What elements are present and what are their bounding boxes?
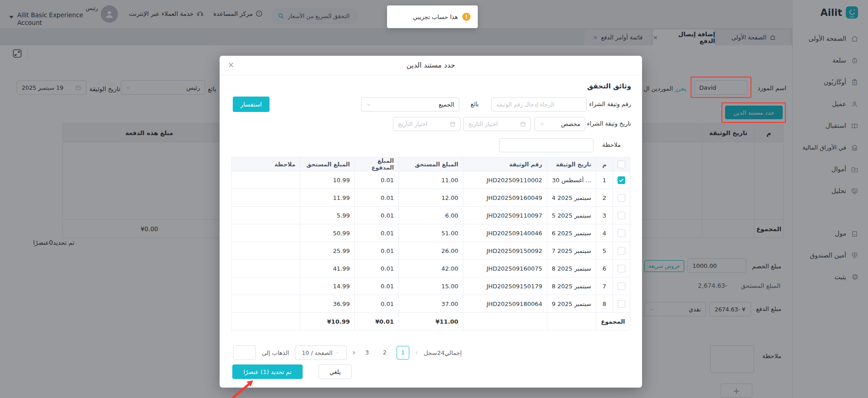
doc-no-cell: JHD202509110002 bbox=[463, 171, 547, 189]
table-row: 1 30 أغسطس ... JHD202509110002 11.00 0.0… bbox=[232, 171, 630, 189]
row-checkbox[interactable] bbox=[618, 300, 625, 308]
row-checkbox[interactable] bbox=[618, 229, 625, 237]
doc-date-cell: 7 سبتمبر 2025 bbox=[547, 242, 596, 260]
doc-no-cell: JHD202509180064 bbox=[463, 295, 547, 313]
col-header-doc-no: رقم الوثيقة bbox=[463, 157, 547, 171]
doc-date-cell: 8 سبتمبر 2025 bbox=[547, 260, 596, 277]
table-row: 4 6 سبتمبر 2025 JHD202509140046 51.00 0.… bbox=[232, 224, 630, 242]
table-row: 6 8 سبتمبر 2025 JHD202509160075 42.00 0.… bbox=[232, 260, 630, 277]
date-to-picker[interactable]: اختيار التاريخ bbox=[393, 117, 461, 131]
annotation-box-select-debt bbox=[721, 102, 786, 123]
purchase-doc-no-input[interactable]: الرجاء إدخال رقم الوثيقة bbox=[491, 97, 587, 112]
goto-page-input[interactable] bbox=[233, 345, 256, 360]
dialog-header-divider bbox=[220, 75, 642, 75]
doc-no-cell: JHD202509140046 bbox=[463, 224, 547, 242]
note-cell bbox=[232, 224, 300, 242]
row-checkbox[interactable] bbox=[618, 265, 625, 272]
seller-filter-value: الجميع bbox=[439, 101, 454, 108]
doc-date-cell: 6 سبتمبر 2025 bbox=[547, 224, 596, 242]
purchase-date-label: تاريخ وثيقة الشراء bbox=[587, 120, 631, 127]
col-header-seq: م bbox=[596, 157, 613, 171]
close-icon[interactable]: × bbox=[228, 60, 234, 69]
doc-date-cell: 30 أغسطس ... bbox=[547, 171, 596, 189]
doc-no-cell: JHD202509110097 bbox=[463, 207, 547, 224]
chevron-down-icon bbox=[366, 102, 371, 107]
doc-date-cell: 5 سبتمبر 2025 bbox=[547, 207, 596, 224]
chevron-right-icon[interactable]: › bbox=[415, 349, 418, 357]
table-header-row: م تاريخ الوثيقة رقم الوثيقة المبلغ المست… bbox=[232, 157, 630, 171]
calendar-icon bbox=[450, 121, 456, 127]
debt-documents-table: م تاريخ الوثيقة رقم الوثيقة المبلغ المست… bbox=[231, 157, 630, 330]
toast-message: هذا حساب تجريبي bbox=[413, 14, 458, 20]
total-due: ¥11.00 bbox=[399, 313, 463, 330]
row-checkbox[interactable] bbox=[618, 282, 625, 290]
note-cell bbox=[232, 189, 300, 207]
table-row: 2 4 سبتمبر 2025 JHD202509160049 12.00 0.… bbox=[232, 189, 630, 207]
page-1[interactable]: 1 bbox=[397, 346, 409, 359]
query-button[interactable]: استفسار bbox=[233, 97, 270, 112]
warning-icon: ! bbox=[462, 13, 471, 21]
calendar-icon bbox=[520, 121, 526, 127]
select-all-checkbox-cell bbox=[613, 157, 630, 171]
doc-date-cell: 9 سبتمبر 2025 bbox=[547, 295, 596, 313]
page-3[interactable]: 3 bbox=[361, 346, 373, 359]
select-all-checkbox[interactable] bbox=[618, 160, 625, 168]
date-mode-select[interactable]: مخصص bbox=[535, 117, 585, 131]
note-filter-input[interactable] bbox=[499, 138, 593, 152]
chevron-down-icon bbox=[335, 350, 340, 355]
date-from-picker[interactable]: اختيار التاريخ bbox=[463, 117, 531, 131]
col-header-doc-date: تاريخ الوثيقة bbox=[547, 157, 596, 171]
annotation-box-supplier bbox=[691, 77, 751, 98]
total-paid: ¥0.01 bbox=[355, 313, 399, 330]
page-2[interactable]: 2 bbox=[379, 346, 391, 359]
doc-no-cell: JHD202509150092 bbox=[463, 242, 547, 260]
row-checkbox[interactable] bbox=[618, 176, 625, 184]
pagination: إجمالي24سجل › 1 2 3 ‹ 10 / الصفحة الذهاب… bbox=[233, 346, 462, 359]
note-cell bbox=[232, 242, 300, 260]
date-placeholder: اختيار التاريخ bbox=[398, 121, 427, 127]
table-total-row: المجموع ¥11.00 ¥0.01 ¥10.99 bbox=[232, 313, 630, 330]
doc-date-cell: 8 سبتمبر 2025 bbox=[547, 277, 596, 295]
col-header-amount-paid: المبلغ المدفوع bbox=[355, 157, 399, 171]
chevron-down-icon bbox=[539, 121, 544, 126]
trial-account-toast: ! هذا حساب تجريبي bbox=[387, 5, 478, 28]
date-mode-value: مخصص bbox=[561, 121, 580, 127]
col-header-note: ملاحظة bbox=[232, 157, 300, 171]
purchase-doc-no-label: رقم وثيقة الشراء bbox=[589, 101, 631, 107]
note-cell bbox=[232, 277, 300, 295]
row-checkbox[interactable] bbox=[618, 194, 625, 202]
select-debt-doc-dialog: حدد مستند الدين × وثائق التحقق رقم وثيقة… bbox=[220, 56, 642, 388]
note-cell bbox=[232, 207, 300, 224]
chevron-left-icon[interactable]: ‹ bbox=[353, 349, 355, 357]
date-placeholder: اختيار التاريخ bbox=[468, 121, 498, 127]
goto-label: الذهاب إلى bbox=[262, 349, 289, 356]
section-title: وثائق التحقق bbox=[587, 82, 631, 90]
pagination-total: إجمالي24سجل bbox=[424, 349, 462, 356]
row-checkbox[interactable] bbox=[618, 247, 625, 255]
note-cell bbox=[232, 260, 300, 277]
dialog-title: حدد مستند الدين bbox=[220, 56, 642, 75]
annotation-arrow bbox=[227, 378, 263, 398]
total-label: المجموع bbox=[596, 313, 630, 330]
doc-date-cell: 4 سبتمبر 2025 bbox=[547, 189, 596, 207]
app-root: رئيس Ailit Basic Experience Account خدمة… bbox=[0, 0, 868, 398]
table-row: 5 7 سبتمبر 2025 JHD202509150092 26.00 0.… bbox=[232, 242, 630, 260]
doc-no-cell: JHD202509150179 bbox=[463, 277, 547, 295]
table-row: 3 5 سبتمبر 2025 JHD202509110097 6.00 0.0… bbox=[232, 207, 630, 224]
cancel-button[interactable]: يلغي bbox=[319, 364, 352, 379]
note-cell bbox=[232, 171, 300, 189]
col-header-amount-due: المبلغ المستحق bbox=[399, 157, 463, 171]
page-size-value: 10 / الصفحة bbox=[302, 349, 332, 356]
doc-no-cell: JHD202509160075 bbox=[463, 260, 547, 277]
seller-label: بائع bbox=[471, 101, 479, 107]
col-header-amount-remaining: المبلغ المستحق bbox=[300, 157, 355, 171]
table-row: 7 8 سبتمبر 2025 JHD202509150179 15.00 0.… bbox=[232, 277, 630, 295]
table-row: 8 9 سبتمبر 2025 JHD202509180064 37.00 0.… bbox=[232, 295, 630, 313]
confirm-selected-button[interactable]: تم تحديد (1) عنصرًا bbox=[232, 364, 303, 379]
doc-no-cell: JHD202509160049 bbox=[463, 189, 547, 207]
page-size-select[interactable]: 10 / الصفحة bbox=[295, 345, 347, 360]
total-remaining: ¥10.99 bbox=[300, 313, 355, 330]
note-cell bbox=[232, 295, 300, 313]
seller-filter-select[interactable]: الجميع bbox=[361, 97, 459, 112]
row-checkbox[interactable] bbox=[618, 212, 625, 219]
